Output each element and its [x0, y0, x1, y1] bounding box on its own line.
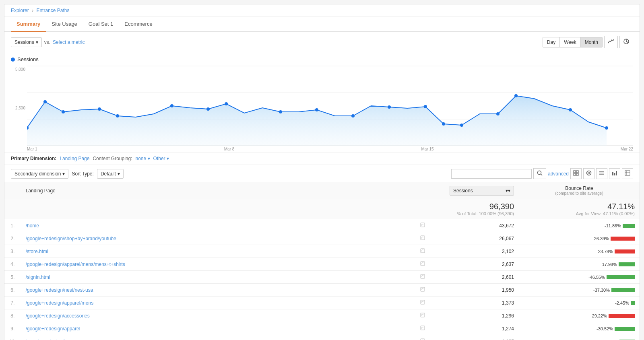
metric-dropdown[interactable]: Sessions ▾: [11, 37, 42, 47]
page-link[interactable]: /store.html: [26, 249, 48, 254]
pivot-view-btn[interactable]: [622, 168, 633, 179]
row-num: 7.: [4, 297, 21, 309]
row-sessions: 1,373: [430, 297, 519, 309]
table-row: 6./google+redesign/nest/nest-usa1,950-37…: [4, 284, 640, 297]
tab-summary[interactable]: Summary: [11, 17, 46, 32]
svg-rect-46: [421, 236, 425, 240]
total-num: [4, 199, 21, 219]
svg-point-16: [315, 108, 318, 111]
page-link[interactable]: /home: [26, 223, 39, 229]
tab-goal-set-1[interactable]: Goal Set 1: [83, 17, 119, 32]
secondary-dimension-dropdown[interactable]: Secondary dimension ▾: [11, 169, 68, 179]
row-link-icon: [415, 258, 430, 271]
pie-chart-btn[interactable]: [619, 36, 633, 48]
svg-point-32: [587, 171, 591, 175]
bar-view-btn[interactable]: [609, 168, 620, 179]
svg-rect-67: [421, 326, 425, 330]
y-label-mid: 2,500: [11, 106, 25, 110]
controls-left: Sessions ▾ vs. Select a metric: [11, 37, 85, 47]
page-link[interactable]: /google+redesign/nest/nest-usa: [26, 287, 93, 293]
page-link[interactable]: /google+redesign/bags: [26, 339, 75, 340]
row-bounce: -30.52%: [519, 322, 640, 335]
search-input[interactable]: [451, 169, 532, 179]
svg-rect-31: [576, 173, 578, 175]
tab-ecommerce[interactable]: Ecommerce: [119, 17, 158, 32]
row-bounce: -2.45%: [519, 297, 640, 309]
table-row: 7./google+redesign/apparel/mens1,373-2.4…: [4, 297, 640, 309]
svg-point-26: [537, 171, 541, 175]
breadcrumb: Explorer › Entrance Paths: [4, 4, 640, 17]
bounce-pct-label: -2.45%: [605, 301, 629, 305]
sessions-dropdown[interactable]: Sessions ▾▾: [450, 186, 514, 196]
day-btn[interactable]: Day: [543, 37, 560, 47]
metric-dropdown-arrow: ▾: [36, 39, 38, 45]
search-button[interactable]: [533, 168, 546, 179]
breadcrumb-explorer[interactable]: Explorer: [11, 8, 29, 13]
controls-bar: Sessions ▾ vs. Select a metric Day Week …: [4, 32, 640, 52]
row-num: 9.: [4, 322, 21, 335]
svg-point-19: [424, 105, 427, 108]
month-btn[interactable]: Month: [581, 37, 602, 47]
y-label-top: 5,000: [11, 67, 25, 72]
dimension-bar: Primary Dimension: Landing Page Content …: [4, 152, 640, 165]
table-row: 5./signin.html2,601-46.55%: [4, 271, 640, 284]
link-icon: [420, 274, 425, 279]
svg-point-14: [225, 102, 228, 105]
list-view-btn[interactable]: [596, 168, 607, 179]
legend-dot: [11, 58, 15, 62]
svg-rect-39: [616, 171, 617, 175]
bar-icon: [612, 170, 617, 176]
svg-rect-37: [612, 172, 613, 175]
bounce-bar: [607, 275, 635, 279]
row-bounce: -46.55%: [519, 271, 640, 284]
row-num: 5.: [4, 271, 21, 284]
page-link[interactable]: /google+redesign/shop+by+brand/youtube: [26, 236, 116, 241]
svg-point-18: [388, 105, 391, 109]
advanced-link[interactable]: advanced: [548, 171, 569, 177]
row-link-icon: [415, 335, 430, 340]
page-link[interactable]: /google+redesign/apparel: [26, 326, 80, 332]
donut-view-btn[interactable]: [583, 168, 594, 179]
table-row: 2./google+redesign/shop+by+brand/youtube…: [4, 232, 640, 245]
chart-legend: Sessions: [11, 56, 633, 62]
select-metric-link[interactable]: Select a metric: [53, 39, 85, 45]
row-page: /home: [21, 219, 415, 232]
th-landing-page[interactable]: Landing Page: [21, 182, 415, 199]
svg-rect-64: [421, 313, 425, 317]
svg-point-33: [588, 172, 590, 174]
page-link[interactable]: /google+redesign/accessories: [26, 313, 90, 319]
content-grouping-value[interactable]: none ▾: [136, 156, 150, 161]
svg-rect-43: [421, 223, 425, 227]
row-link-icon: [415, 322, 430, 335]
other-dim[interactable]: Other ▾: [153, 156, 169, 161]
total-icon: [415, 199, 430, 219]
tab-site-usage[interactable]: Site Usage: [46, 17, 83, 32]
landing-page-dim[interactable]: Landing Page: [60, 156, 89, 161]
breadcrumb-current[interactable]: Entrance Paths: [36, 8, 69, 13]
svg-rect-30: [574, 173, 576, 175]
svg-point-21: [460, 124, 463, 127]
line-chart-btn[interactable]: [604, 36, 618, 48]
chart-svg: [27, 66, 633, 146]
week-btn[interactable]: Week: [560, 37, 580, 47]
row-page: /google+redesign/apparel: [21, 322, 415, 335]
page-link[interactable]: /google+redesign/apparel/mens/mens+t+shi…: [26, 262, 125, 267]
row-sessions: 1,185: [430, 335, 519, 340]
table-row: 10./google+redesign/bags1,185-18.14%: [4, 335, 640, 340]
content-grouping-arrow: ▾: [148, 156, 150, 161]
page-link[interactable]: /signin.html: [26, 274, 50, 280]
th-num: [4, 182, 21, 199]
bounce-bar: [623, 224, 635, 228]
row-page: /google+redesign/nest/nest-usa: [21, 284, 415, 297]
sort-dropdown[interactable]: Default ▾: [97, 169, 124, 179]
bounce-rate-header: Bounce Rate: [524, 185, 635, 191]
page-link[interactable]: /google+redesign/apparel/mens: [26, 300, 93, 306]
row-link-icon: [415, 309, 430, 322]
chart-area: Sessions 5,000 2,500: [4, 52, 640, 152]
bounce-bar: [609, 314, 635, 318]
table-row: 4./google+redesign/apparel/mens/mens+t+s…: [4, 258, 640, 271]
row-sessions: 1,296: [430, 309, 519, 322]
bounce-pct-label: -30.52%: [589, 326, 613, 331]
grid-view-btn[interactable]: [570, 168, 582, 179]
row-num: 4.: [4, 258, 21, 271]
